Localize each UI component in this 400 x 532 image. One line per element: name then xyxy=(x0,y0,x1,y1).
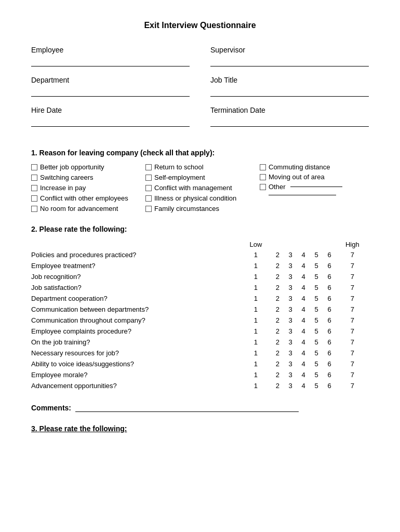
rating-value[interactable]: 3 xyxy=(284,326,297,337)
checkbox[interactable] xyxy=(260,174,266,180)
rating-value[interactable]: 7 xyxy=(336,249,369,260)
rating-value[interactable]: 4 xyxy=(297,271,310,282)
checkbox[interactable] xyxy=(31,175,37,181)
rating-value[interactable]: 7 xyxy=(336,358,369,369)
rating-value[interactable]: 5 xyxy=(310,260,323,271)
rating-value[interactable]: 1 xyxy=(241,337,271,348)
rating-value[interactable]: 4 xyxy=(297,348,310,358)
rating-value[interactable]: 2 xyxy=(271,315,284,326)
employee-input[interactable] xyxy=(31,57,190,66)
checkbox[interactable] xyxy=(145,185,152,191)
rating-value[interactable]: 2 xyxy=(271,260,284,271)
rating-value[interactable]: 4 xyxy=(297,358,310,369)
rating-value[interactable]: 5 xyxy=(310,326,323,337)
rating-value[interactable]: 5 xyxy=(310,249,323,260)
rating-value[interactable]: 5 xyxy=(310,380,323,391)
termination-date-input[interactable] xyxy=(210,117,369,127)
rating-value[interactable]: 3 xyxy=(284,249,297,260)
rating-value[interactable]: 7 xyxy=(336,315,369,326)
rating-value[interactable]: 1 xyxy=(241,293,271,304)
checkbox[interactable] xyxy=(145,175,152,181)
rating-value[interactable]: 5 xyxy=(310,348,323,358)
rating-value[interactable]: 2 xyxy=(271,249,284,260)
rating-value[interactable]: 5 xyxy=(310,358,323,369)
rating-value[interactable]: 3 xyxy=(284,304,297,315)
rating-value[interactable]: 7 xyxy=(336,293,369,304)
rating-value[interactable]: 4 xyxy=(297,337,310,348)
checkbox[interactable] xyxy=(31,185,37,191)
job-title-input[interactable] xyxy=(210,87,369,97)
rating-value[interactable]: 3 xyxy=(284,348,297,358)
rating-value[interactable]: 1 xyxy=(241,348,271,358)
rating-value[interactable]: 4 xyxy=(297,293,310,304)
other-input[interactable] xyxy=(290,187,342,187)
rating-value[interactable]: 7 xyxy=(336,271,369,282)
supervisor-input[interactable] xyxy=(210,57,369,66)
checkbox[interactable] xyxy=(145,206,152,212)
rating-value[interactable]: 5 xyxy=(310,282,323,293)
rating-value[interactable]: 1 xyxy=(241,326,271,337)
rating-value[interactable]: 1 xyxy=(241,304,271,315)
rating-value[interactable]: 2 xyxy=(271,304,284,315)
rating-value[interactable]: 4 xyxy=(297,380,310,391)
rating-value[interactable]: 6 xyxy=(323,293,336,304)
hire-date-input[interactable] xyxy=(31,117,190,127)
rating-value[interactable]: 7 xyxy=(336,282,369,293)
rating-value[interactable]: 3 xyxy=(284,369,297,380)
rating-value[interactable]: 5 xyxy=(310,315,323,326)
rating-value[interactable]: 1 xyxy=(241,315,271,326)
rating-value[interactable]: 6 xyxy=(323,249,336,260)
rating-value[interactable]: 1 xyxy=(241,358,271,369)
rating-value[interactable]: 3 xyxy=(284,337,297,348)
checkbox[interactable] xyxy=(260,164,266,170)
rating-value[interactable]: 7 xyxy=(336,369,369,380)
rating-value[interactable]: 5 xyxy=(310,369,323,380)
rating-value[interactable]: 6 xyxy=(323,380,336,391)
checkbox[interactable] xyxy=(145,164,152,170)
rating-value[interactable]: 2 xyxy=(271,369,284,380)
comments-input[interactable] xyxy=(75,411,299,412)
rating-value[interactable]: 4 xyxy=(297,282,310,293)
rating-value[interactable]: 3 xyxy=(284,293,297,304)
rating-value[interactable]: 6 xyxy=(323,326,336,337)
rating-value[interactable]: 2 xyxy=(271,337,284,348)
rating-value[interactable]: 5 xyxy=(310,337,323,348)
rating-value[interactable]: 6 xyxy=(323,358,336,369)
rating-value[interactable]: 6 xyxy=(323,271,336,282)
rating-value[interactable]: 4 xyxy=(297,369,310,380)
rating-value[interactable]: 2 xyxy=(271,282,284,293)
rating-value[interactable]: 4 xyxy=(297,260,310,271)
rating-value[interactable]: 2 xyxy=(271,271,284,282)
rating-value[interactable]: 3 xyxy=(284,380,297,391)
rating-value[interactable]: 3 xyxy=(284,271,297,282)
rating-value[interactable]: 4 xyxy=(297,249,310,260)
rating-value[interactable]: 4 xyxy=(297,315,310,326)
rating-value[interactable]: 7 xyxy=(336,348,369,358)
rating-value[interactable]: 1 xyxy=(241,369,271,380)
rating-value[interactable]: 3 xyxy=(284,260,297,271)
checkbox[interactable] xyxy=(145,195,152,202)
rating-value[interactable]: 1 xyxy=(241,249,271,260)
rating-value[interactable]: 6 xyxy=(323,369,336,380)
rating-value[interactable]: 7 xyxy=(336,337,369,348)
rating-value[interactable]: 7 xyxy=(336,380,369,391)
department-input[interactable] xyxy=(31,87,190,97)
rating-value[interactable]: 2 xyxy=(271,348,284,358)
rating-value[interactable]: 4 xyxy=(297,304,310,315)
rating-value[interactable]: 6 xyxy=(323,348,336,358)
other-input-2[interactable] xyxy=(269,195,336,195)
rating-value[interactable]: 7 xyxy=(336,326,369,337)
rating-value[interactable]: 5 xyxy=(310,271,323,282)
rating-value[interactable]: 3 xyxy=(284,315,297,326)
rating-value[interactable]: 5 xyxy=(310,293,323,304)
rating-value[interactable]: 6 xyxy=(323,337,336,348)
rating-value[interactable]: 1 xyxy=(241,380,271,391)
rating-value[interactable]: 6 xyxy=(323,315,336,326)
rating-value[interactable]: 1 xyxy=(241,271,271,282)
rating-value[interactable]: 6 xyxy=(323,304,336,315)
rating-value[interactable]: 7 xyxy=(336,260,369,271)
rating-value[interactable]: 2 xyxy=(271,380,284,391)
rating-value[interactable]: 5 xyxy=(310,304,323,315)
rating-value[interactable]: 6 xyxy=(323,282,336,293)
rating-value[interactable]: 2 xyxy=(271,326,284,337)
